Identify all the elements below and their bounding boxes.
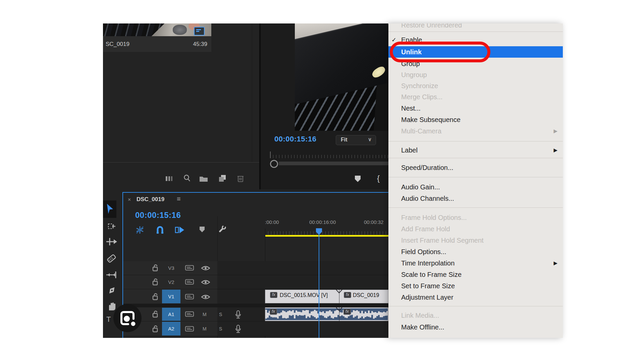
menu-item-make-subsequence[interactable]: Make Subsequence	[388, 114, 563, 125]
menu-item-speed-duration[interactable]: Speed/Duration...	[388, 162, 563, 173]
audio-clip-dsc0019[interactable]: fx	[339, 307, 388, 321]
program-timecode[interactable]: 00:00:15:16	[274, 135, 316, 143]
menu-item-audio-gain[interactable]: Audio Gain...	[388, 181, 563, 193]
menu-item-label: Nest...	[401, 105, 421, 112]
video-clip-dsc0015[interactable]: fx DSC_0015.MOV [V]	[265, 290, 339, 303]
sync-lock-icon[interactable]	[185, 264, 194, 271]
clip-duration-label: 45:39	[193, 41, 207, 48]
menu-separator	[388, 306, 563, 306]
new-bin-folder-icon[interactable]	[199, 175, 208, 182]
screenshot-lens-icon[interactable]	[113, 304, 142, 332]
menu-item-adjustment-layer[interactable]: Adjustment Layer	[388, 292, 563, 303]
menu-item-audio-channels[interactable]: Audio Channels...	[388, 193, 563, 204]
razor-tool-icon[interactable]	[105, 253, 118, 262]
lock-icon[interactable]	[152, 325, 159, 333]
menu-item-label: Insert Frame Hold Segment	[401, 237, 484, 244]
ripple-edit-tool-icon[interactable]	[105, 237, 118, 245]
menu-item-field-options[interactable]: Field Options...	[388, 246, 563, 257]
program-mini-timeline-ruler[interactable]	[270, 153, 388, 158]
search-icon[interactable]	[183, 174, 191, 183]
program-zoom-scrollbar[interactable]	[279, 162, 388, 165]
menu-separator	[388, 207, 563, 208]
solo-button[interactable]: S	[219, 312, 222, 317]
track-select-forward-tool-icon[interactable]	[105, 222, 118, 231]
snap-magnet-icon[interactable]	[155, 225, 165, 235]
menu-item-enable[interactable]: ✓Enable	[388, 34, 563, 46]
pen-tool-icon[interactable]	[105, 285, 118, 294]
menu-item-label: Scale to Frame Size	[401, 271, 462, 278]
track-content-v2[interactable]	[217, 275, 388, 289]
program-ruler-start-tick	[270, 152, 271, 158]
audio-clip-dsc0015[interactable]: fx	[265, 307, 339, 321]
project-clip-row[interactable]: SC_0019 45:39	[103, 36, 211, 52]
selection-tool-active-box[interactable]	[103, 200, 116, 218]
menu-item-time-interpolation[interactable]: Time Interpolation▶	[388, 257, 563, 269]
mute-button[interactable]: M	[203, 326, 207, 331]
through-edit-notch-icon	[336, 290, 342, 293]
zoom-level-dropdown[interactable]: Fit ∨	[336, 135, 376, 145]
menu-item-label: Ungroup	[401, 71, 427, 78]
menu-item-label: Adjustment Layer	[401, 294, 453, 301]
sync-lock-icon[interactable]	[185, 325, 194, 332]
mute-button[interactable]: M	[203, 312, 207, 317]
toggle-track-output-eye-icon[interactable]	[201, 279, 210, 286]
voiceover-mic-icon[interactable]	[234, 310, 242, 319]
track-label-v2[interactable]: V2	[162, 276, 180, 289]
menu-separator	[388, 141, 563, 141]
track-content-v3[interactable]	[217, 261, 388, 275]
sync-lock-icon[interactable]	[185, 293, 194, 300]
insert-as-nest-icon[interactable]	[135, 225, 145, 235]
track-label-a1[interactable]: A1	[162, 308, 180, 321]
icon-view-icon[interactable]	[165, 175, 174, 182]
menu-item-nest[interactable]: Nest...	[388, 103, 563, 114]
lock-icon[interactable]	[152, 293, 159, 301]
timeline-timecode[interactable]: 00:00:15:16	[135, 210, 181, 220]
timeline-tab-menu-icon[interactable]: ≡	[177, 195, 181, 203]
menu-item-group[interactable]: Group	[388, 58, 563, 69]
mark-in-icon[interactable]: {	[377, 174, 380, 183]
track-label-a2[interactable]: A2	[162, 322, 180, 336]
program-zoom-scrollbar-handle[interactable]	[270, 160, 278, 168]
sync-lock-icon[interactable]	[185, 311, 194, 317]
menu-item-ungroup: Ungroup	[388, 69, 563, 80]
menu-item-multi-camera: Multi-Camera▶	[388, 125, 563, 137]
menu-item-link-media: Link Media...	[388, 310, 563, 321]
clip-context-menu: Restore Unrendered✓EnableUnlinkGroupUngr…	[388, 23, 563, 338]
menu-item-merge-clips: Merge Clips...	[388, 91, 563, 103]
timeline-tab-close-icon[interactable]: ×	[128, 197, 131, 203]
voiceover-mic-icon[interactable]	[234, 324, 242, 334]
menu-separator	[388, 32, 563, 32]
slip-tool-icon[interactable]	[105, 270, 118, 279]
clip-name: DSC_0019	[353, 292, 379, 298]
menu-separator	[388, 177, 563, 177]
lock-icon[interactable]	[152, 264, 159, 272]
timeline-ruler[interactable]	[265, 229, 388, 235]
sync-lock-icon[interactable]	[185, 279, 194, 285]
fx-badge: fx	[344, 292, 351, 298]
track-label-v1[interactable]: V1	[162, 290, 180, 303]
fx-badge: fx	[270, 292, 277, 298]
linked-selection-icon[interactable]	[174, 225, 185, 235]
menu-item-set-to-frame-size[interactable]: Set to Frame Size	[388, 280, 563, 292]
menu-item-make-offline[interactable]: Make Offline...	[388, 321, 563, 333]
lock-icon[interactable]	[152, 278, 159, 286]
track-content-a2[interactable]	[217, 321, 388, 336]
track-label-v3[interactable]: V3	[162, 261, 180, 275]
timeline-settings-wrench-icon[interactable]	[217, 225, 227, 235]
menu-item-label: Group	[401, 60, 420, 67]
menu-item-label[interactable]: Label▶	[388, 144, 563, 156]
menu-item-label: Audio Gain...	[401, 183, 440, 191]
lock-icon[interactable]	[152, 310, 159, 318]
toggle-track-output-eye-icon[interactable]	[201, 294, 210, 300]
menu-item-scale-to-frame-size[interactable]: Scale to Frame Size	[388, 269, 563, 280]
trash-icon[interactable]	[236, 174, 245, 183]
video-clip-dsc0019[interactable]: fx DSC_0019	[339, 290, 388, 303]
new-item-icon[interactable]	[218, 174, 227, 182]
menu-item-unlink[interactable]: Unlink	[388, 46, 563, 58]
menu-item-label: Synchronize	[401, 82, 438, 89]
solo-button[interactable]: S	[219, 326, 222, 331]
thumbnail-pot-shape	[173, 25, 187, 35]
chevron-down-icon: ∨	[368, 136, 372, 142]
timeline-tab-sequence-name[interactable]: DSC_0019	[137, 196, 164, 203]
toggle-track-output-eye-icon[interactable]	[201, 265, 210, 272]
